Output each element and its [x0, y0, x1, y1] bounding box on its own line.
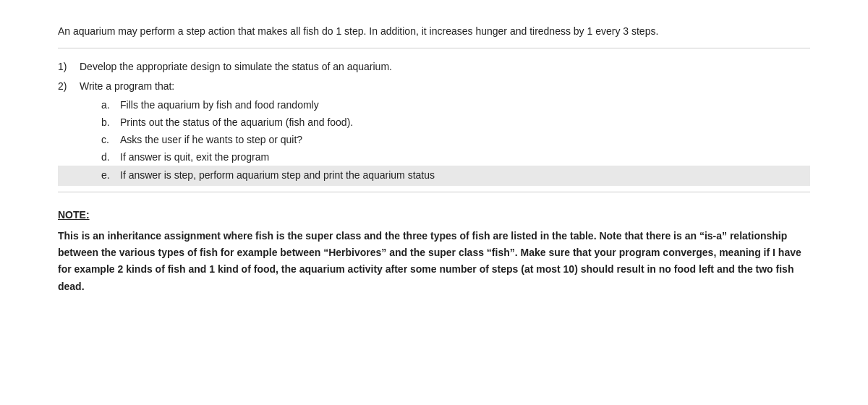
sub-item-d-text: If answer is quit, exit the program — [120, 149, 269, 166]
sub-label-b: b. — [101, 114, 120, 132]
intro-section: An aquarium may perform a step action th… — [58, 14, 810, 48]
sub-item-a-text: Fills the aquarium by fish and food rand… — [120, 97, 319, 114]
sub-item-b: b. Prints out the status of the aquarium… — [101, 114, 810, 132]
numbered-item-2: 2) Write a program that: — [58, 78, 810, 94]
sub-item-b-text: Prints out the status of the aquarium (f… — [120, 114, 353, 132]
sub-item-c: c. Asks the user if he wants to step or … — [101, 132, 810, 149]
note-section: NOTE: This is an inheritance assignment … — [58, 192, 810, 302]
note-title: NOTE: — [58, 207, 810, 223]
sub-label-c: c. — [101, 132, 120, 149]
note-body: This is an inheritance assignment where … — [58, 228, 810, 294]
numbered-item-1: 1) Develop the appropriate design to sim… — [58, 59, 810, 74]
numbered-list-section: 1) Develop the appropriate design to sim… — [58, 48, 810, 192]
sub-item-e-text: If answer is step, perform aquarium step… — [120, 167, 435, 184]
sub-item-e: e. If answer is step, perform aquarium s… — [58, 166, 810, 186]
sub-label-d: d. — [101, 149, 120, 166]
numbered-item-1-text: Develop the appropriate design to simula… — [80, 59, 392, 74]
numbered-item-2-text: Write a program that: — [80, 78, 174, 94]
page-container: An aquarium may perform a step action th… — [0, 0, 868, 317]
numbered-label-1: 1) — [58, 59, 80, 74]
sub-item-a: a. Fills the aquarium by fish and food r… — [101, 97, 810, 114]
sub-label-a: a. — [101, 97, 120, 114]
sub-item-c-text: Asks the user if he wants to step or qui… — [120, 132, 302, 149]
numbered-label-2: 2) — [58, 78, 80, 94]
sub-list: a. Fills the aquarium by fish and food r… — [101, 97, 810, 186]
sub-item-d: d. If answer is quit, exit the program — [101, 149, 810, 166]
intro-text: An aquarium may perform a step action th… — [58, 23, 810, 39]
sub-label-e: e. — [101, 167, 120, 184]
